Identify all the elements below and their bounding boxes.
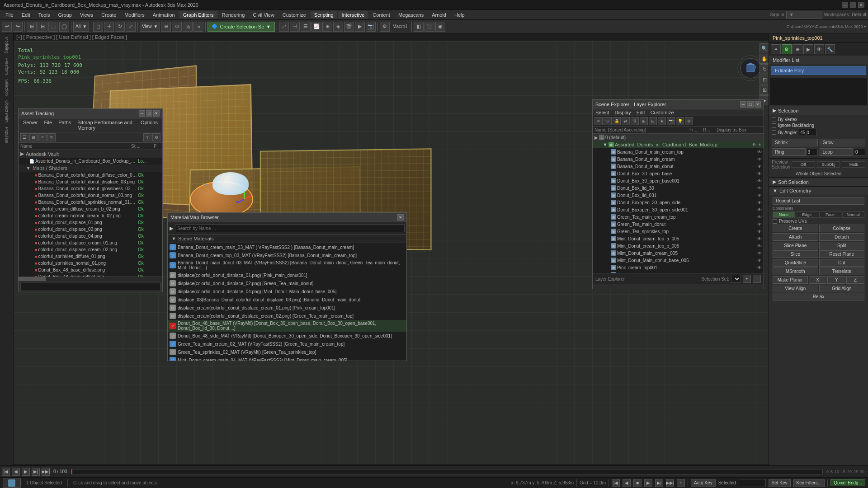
shrink-button[interactable]: Shrink — [772, 139, 818, 146]
next-frame[interactable]: ▶| — [32, 468, 40, 476]
preview-multi-btn[interactable]: Multi — [842, 161, 865, 168]
align-button[interactable]: ⊣ — [290, 22, 300, 32]
se-list[interactable]: ▶ L 0 (default) ▼ ▣ Assorted_Donuts_in_C… — [593, 134, 764, 273]
asset-menu-options[interactable]: Options — [138, 119, 160, 131]
se-highlight-btn[interactable]: ★ — [658, 117, 666, 125]
asset-help[interactable]: ? — [143, 133, 151, 141]
vp-orbit[interactable]: ↻ — [760, 64, 769, 74]
asset-close[interactable]: ✕ — [153, 110, 160, 117]
motion-tab[interactable]: ▶ — [803, 44, 813, 54]
menu-file[interactable]: File — [2, 11, 17, 19]
list-item[interactable]: ■ Banana_Donut_colorful_donut_diffuse_co… — [19, 172, 162, 178]
loop-button[interactable]: Loop — [820, 148, 854, 156]
angle-input[interactable] — [799, 129, 817, 136]
asset-list-view[interactable]: ☰ — [20, 133, 28, 141]
list-item[interactable]: ▣ Donut_Box_lid_031 👁 — [593, 192, 764, 199]
loop-input[interactable] — [854, 149, 865, 156]
list-item[interactable]: ■ Banana_Donut_colorful_donut_displace_0… — [19, 178, 162, 185]
se-del-sel[interactable]: − — [753, 275, 761, 283]
display-tab[interactable]: 👁 — [814, 44, 824, 54]
play-prev[interactable]: |◀ — [2, 468, 10, 476]
list-item[interactable]: ▣ Mint_Donut_cream_top_b_005 👁 — [593, 242, 764, 249]
mat-search-input[interactable] — [175, 224, 405, 232]
menu-arnold[interactable]: Arnold — [428, 11, 450, 19]
minimize-button[interactable]: ─ — [842, 2, 848, 8]
asset-menu-server[interactable]: Server — [20, 119, 40, 131]
asset-settings[interactable]: ⚙ — [152, 133, 160, 141]
list-item[interactable]: ▣ Mint_Donut_Main_donut_base_005 👁 — [593, 257, 764, 264]
play-button[interactable]: ▶ — [22, 468, 30, 476]
play-next[interactable]: ▶▶| — [42, 468, 50, 476]
menu-customize[interactable]: Customize — [279, 11, 310, 19]
percent-snap[interactable]: % — [183, 22, 193, 32]
preview-subobj-btn[interactable]: SubObj — [817, 161, 840, 168]
asset-main-file[interactable]: 📄 Assorted_Donuts_in_Cardboard_Box_Mocku… — [19, 158, 162, 164]
asset-menu-file[interactable]: File — [41, 119, 55, 131]
status-next[interactable]: ▶| — [655, 479, 663, 487]
detach-button[interactable]: Detach — [819, 233, 865, 241]
create-button[interactable]: Create — [773, 225, 818, 232]
asset-menu-paths[interactable]: Paths — [56, 119, 74, 131]
key-filters-button[interactable]: Key Filters... — [793, 479, 825, 487]
scale-button[interactable]: ⤢ — [126, 22, 136, 32]
asset-minimize[interactable]: ─ — [139, 110, 145, 117]
menu-content[interactable]: Content — [369, 11, 394, 19]
material-list[interactable]: V Banana_Donut_cream_main_03_MAT ( VRayF… — [168, 243, 406, 361]
tesselate-button[interactable]: Tesselate — [819, 267, 865, 275]
edit-geo-header[interactable]: ▼ Edit Geometry — [769, 187, 868, 195]
vp-toggle[interactable]: ⊞ — [760, 85, 769, 95]
list-item[interactable]: ■ Banana_Donut_colorful_donut_normal_03.… — [19, 192, 162, 199]
status-prev[interactable]: ◀ — [623, 479, 631, 487]
menu-modifiers[interactable]: Modifiers — [121, 11, 148, 19]
prev-frame[interactable]: ◀ — [12, 468, 20, 476]
status-stop[interactable]: ■ — [633, 479, 642, 487]
list-item[interactable]: ▣ Mint_Donut_cream_top_a_005 👁 — [593, 235, 764, 242]
asset-path-input[interactable] — [20, 283, 160, 291]
move-button[interactable]: ✛ — [104, 22, 114, 32]
list-item[interactable]: V Banana_Donut_cream_top_03_MAT (VRayFas… — [168, 251, 406, 259]
z-button[interactable]: Z — [846, 276, 864, 284]
asset-refresh[interactable]: ⟳ — [47, 133, 56, 141]
selected-input[interactable] — [739, 479, 766, 487]
menu-edit[interactable]: Edit — [18, 11, 34, 19]
schematic-view-button[interactable]: ⊞ — [322, 22, 332, 32]
x-button[interactable]: X — [809, 276, 827, 284]
list-item[interactable]: ■ colorful_donut_displace_cream_02.png O… — [19, 246, 162, 253]
timeline-track[interactable] — [71, 469, 823, 474]
ignore-backfacing-check[interactable] — [772, 123, 776, 128]
se-sync-btn[interactable]: ⇄ — [622, 117, 630, 125]
list-item[interactable]: ■ colorful_donut_displace_04.png Ok — [19, 233, 162, 239]
menu-animation[interactable]: Animation — [149, 11, 179, 19]
editable-poly-modifier[interactable]: Editable Poly — [771, 66, 866, 75]
menu-rendering[interactable]: Rendering — [218, 11, 249, 19]
create-tab[interactable]: ✦ — [771, 44, 781, 54]
menu-create[interactable]: Create — [98, 11, 120, 19]
se-camera-btn[interactable]: 📷 — [667, 117, 675, 125]
asset-grid-view[interactable]: ⊞ — [29, 133, 38, 141]
se-root-item[interactable]: ▼ ▣ Assorted_Donuts_in_Cardboard_Box_Moc… — [593, 141, 764, 148]
vp-pan[interactable]: ✋ — [760, 54, 769, 64]
list-item[interactable]: ■ colorful_sprinkles_normal_01.png Ok — [19, 260, 162, 267]
list-item[interactable]: M displace(colorful_donut_displace_04.pn… — [168, 287, 406, 296]
material-editor-button[interactable]: ◈ — [333, 22, 343, 32]
select-object-button[interactable]: ⊞ — [27, 22, 37, 32]
relax-button[interactable]: Relax — [773, 293, 864, 300]
list-item[interactable]: ■ colorful_donut_displace_02.png Ok — [19, 226, 162, 233]
face-constraint[interactable]: Face — [819, 211, 841, 218]
list-item[interactable]: ▣ Donut_Box_30_open_base 👁 — [593, 170, 764, 177]
list-item[interactable]: V Green_Tea_main_cream_02_MAT (VRayFastS… — [168, 340, 406, 348]
asset-list[interactable]: ▶ Autodesk Vault 📄 Assorted_Donuts_in_Ca… — [19, 150, 162, 277]
render-region-button[interactable]: ⬛ — [425, 22, 434, 32]
selection-header[interactable]: ▶ Selection — [769, 106, 868, 115]
split-button[interactable]: Split — [819, 242, 865, 249]
msmooth-button[interactable]: MSmooth — [773, 267, 818, 275]
se-restore[interactable]: □ — [747, 101, 754, 108]
list-item[interactable]: V Banana_Donut_cream_main_03_MAT ( VRayF… — [168, 243, 406, 251]
menu-tools[interactable]: Tools — [35, 11, 54, 19]
asset-restore[interactable]: □ — [146, 110, 152, 117]
mat-close[interactable]: ✕ — [397, 214, 404, 221]
freeform-label[interactable]: Freeform — [5, 56, 9, 77]
se-lock-btn[interactable]: 🔒 — [613, 117, 621, 125]
add-time-tag[interactable]: + — [677, 479, 685, 487]
status-play-fwd[interactable]: ▶ — [644, 479, 652, 487]
